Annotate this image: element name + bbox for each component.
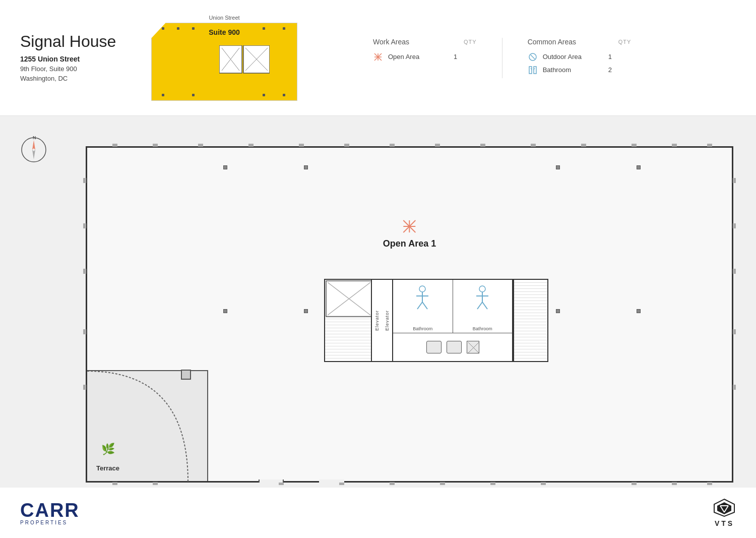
open-area-marker: Open Area 1 [383,218,436,249]
col-dot-7 [556,309,560,313]
tick-right-3 [733,269,736,274]
tick-top-4 [248,144,254,147]
tick-left-4 [83,329,86,334]
svg-line-11 [531,55,535,59]
property-info: Signal House 1255 Union Street 9th Floor… [20,32,131,84]
tick-top-12 [632,144,637,147]
tick-top-5 [299,144,304,147]
terrace-section: Terrace 🌿 [87,370,208,481]
bathroom-bottom-row [393,333,512,361]
col-dot-3 [556,165,560,169]
svg-marker-17 [32,140,35,150]
bathroom-label-1: Bathroom [413,326,432,331]
outdoor-area-qty: 1 [608,53,612,61]
col-dot-8 [637,309,641,313]
fixture-3 [467,341,479,353]
work-areas-legend: Work Areas QTY Open Area 1 [343,38,477,62]
tick-top-7 [390,144,395,147]
svg-rect-12 [529,67,532,74]
fixture-1 [426,341,442,353]
tick-top-8 [435,144,440,147]
terrace-leaf-icon: 🌿 [101,443,115,456]
building-border: Open Area 1 Elevator [86,146,733,483]
tick-top-14 [707,144,712,147]
tick-left-3 [83,269,86,274]
tick-bottom-9 [632,482,637,485]
tick-right-2 [733,223,736,228]
door-gap-bottom-1 [259,480,284,483]
compass: N [20,136,45,161]
tick-right-4 [733,329,736,334]
svg-line-30 [417,302,422,309]
svg-rect-13 [534,67,536,74]
work-areas-rows: Open Area 1 [373,52,477,62]
tick-bottom-11 [707,482,712,485]
vts-diamond-icon [713,498,736,517]
elevator-label: Elevator [374,310,380,331]
main-section: N [0,116,756,538]
staircase-left [324,279,372,362]
svg-point-27 [419,286,425,292]
tick-top-11 [581,144,586,147]
tick-bottom-2 [153,482,158,485]
open-area-qty: 1 [454,53,457,61]
col-dot-4 [637,165,641,169]
tick-left-2 [83,223,86,228]
svg-point-32 [479,286,485,292]
open-area-label: Open Area [388,53,438,61]
floorplan-drawing: Open Area 1 Elevator [86,146,733,483]
tick-bottom-5 [390,482,395,485]
svg-line-35 [477,302,482,309]
outdoor-area-icon [528,52,538,62]
common-area-item-2: Bathroom 2 [528,65,632,75]
svg-line-36 [482,302,487,309]
mini-floorplan-shape: Suite 900 [151,23,297,101]
tick-top-10 [531,144,536,147]
vts-logo: VTS [713,498,736,527]
property-name: Signal House [20,32,131,51]
tick-top-9 [480,144,485,147]
tick-right-5 [733,385,736,390]
outdoor-area-label: Outdoor Area [543,53,593,61]
tick-bottom-10 [672,482,677,485]
bathroom-label-2: Bathroom [473,326,492,331]
tick-top-6 [344,144,349,147]
work-areas-qty-header: QTY [464,39,477,45]
tick-top-2 [153,144,158,147]
common-area-item-1: Outdoor Area 1 [528,52,632,62]
tick-bottom-8 [541,482,546,485]
elevator-strip-2: Elevator [382,279,392,362]
terrace-block [181,370,191,380]
tick-top-13 [672,144,677,147]
mini-floorplan: Union Street Morse Street Suite 900 [151,15,297,101]
terrace-label: Terrace [96,464,119,472]
svg-text:N: N [33,136,36,140]
open-area-label: Open Area 1 [383,238,436,249]
property-address-line1: 1255 Union Street [20,55,131,63]
tick-right-1 [733,178,736,183]
common-areas-legend: Common Areas QTY Outdoor Area 1 [528,38,632,75]
mini-suite-label: Suite 900 [209,28,239,36]
bathroom-1: Bathroom [393,280,453,333]
property-address-line3: Washington, DC [20,74,131,84]
col-dot-5 [223,309,227,313]
work-areas-title: Work Areas [373,38,433,46]
tick-bottom-6 [440,482,445,485]
work-area-item-1: Open Area 1 [373,52,477,62]
elevator-strip: Elevator [372,279,382,362]
core-section: Elevator Elevator [324,279,548,362]
common-areas-title: Common Areas [528,38,588,46]
legend-container: Work Areas QTY Open Area 1 [318,38,631,78]
bathroom-icon [528,65,538,75]
svg-line-31 [422,302,427,309]
bathroom-block: Bathroom Bathroom [392,279,513,362]
terrace-bg: Terrace 🌿 [87,370,208,481]
common-areas-rows: Outdoor Area 1 Bathroom 2 [528,52,632,75]
tick-top-1 [112,144,117,147]
street-top-label: Union Street [209,15,239,21]
svg-marker-40 [717,502,731,514]
bathroom-2: Bathroom [453,280,513,333]
tick-bottom-7 [490,482,495,485]
carr-name: CARR [20,501,80,520]
bottom-logos-bar: CARR PROPERTIES VTS [0,488,756,538]
